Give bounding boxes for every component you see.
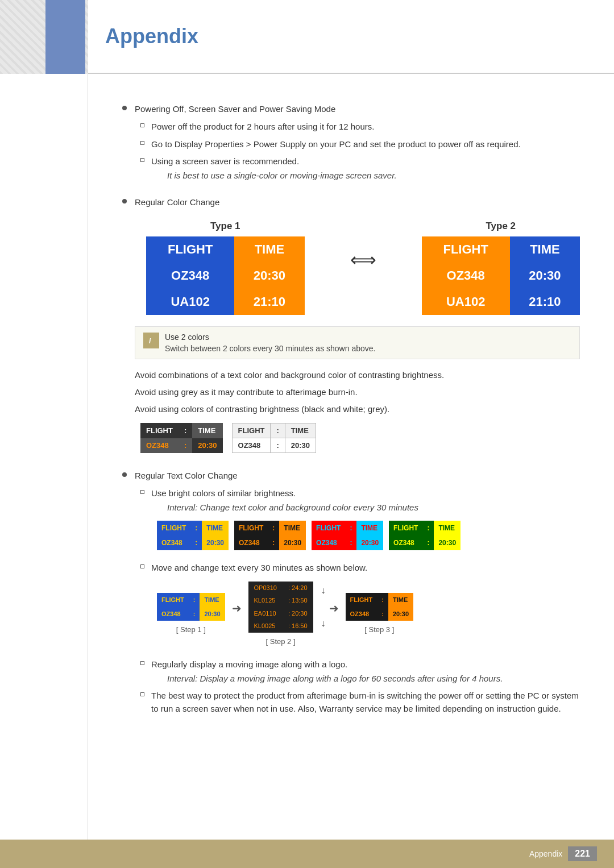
avoid-text-2: Avoid using grey as it may contribute to… <box>135 385 580 399</box>
sub-item-1-1: Power off the product for 2 hours after … <box>140 121 580 134</box>
bullet3-label: Regular Text Color Change <box>135 469 580 483</box>
ct1-h2: : <box>190 521 202 535</box>
dark-data-row: OZ348 : 20:30 <box>140 438 223 454</box>
type2-row2: UA102 21:10 <box>422 289 580 315</box>
sub-item-1-3: Using a screen saver is recommended. It … <box>140 155 580 182</box>
ct4-header: FLIGHT : TIME <box>389 521 460 535</box>
dark-h3: TIME <box>192 423 222 438</box>
step1-header: FLIGHT : TIME <box>157 593 225 607</box>
bullet-dot-3 <box>122 472 127 477</box>
regularly-text: Regularly display a moving image along w… <box>151 659 347 669</box>
sub-square-1-3 <box>140 158 144 162</box>
sub-square-3-3 <box>140 661 144 665</box>
type1-label: Type 1 <box>146 221 305 232</box>
small-tables-row: FLIGHT : TIME OZ348 : 20:30 FLIGHT : <box>140 423 580 453</box>
note1-body: Switch between 2 colors every 30 minutes… <box>165 344 375 353</box>
bullet-content-2: Regular Color Change Type 1 FLIGHT TIME … <box>135 196 580 460</box>
dark-d3: 20:30 <box>192 438 222 454</box>
ct2-header: FLIGHT : TIME <box>234 521 306 535</box>
type2-header-time: TIME <box>510 236 580 263</box>
type2-header-row: FLIGHT TIME <box>422 236 580 263</box>
avoid-text-1: Avoid combinations of a text color and b… <box>135 368 580 382</box>
type2-row1: OZ348 20:30 <box>422 263 580 289</box>
ct1-h1: FLIGHT <box>157 521 190 535</box>
ct3-data: OZ348 : 20:30 <box>312 535 383 550</box>
light-h2: : <box>271 423 285 438</box>
s3-d2: : <box>377 607 388 621</box>
avoid-text-3: Avoid using colors of contrasting bright… <box>135 402 580 416</box>
note-icon-1: i <box>143 333 159 348</box>
step-arrow-2: ➜ <box>329 600 339 628</box>
sub-content-3-1: Use bright colors of similar brightness.… <box>151 487 580 557</box>
note-content-1: Use 2 colors Switch between 2 colors eve… <box>165 333 375 353</box>
step1-label: [ Step 1 ] <box>176 624 206 636</box>
type1-header-row: FLIGHT TIME <box>146 236 305 263</box>
ct2-d1: OZ348 <box>234 535 268 550</box>
ct1-h3: TIME <box>202 521 229 535</box>
sub-item-3-4: The best way to protect the product from… <box>140 690 580 715</box>
dark-d2: : <box>179 438 192 454</box>
color-table-3: FLIGHT : TIME OZ348 : 20:30 <box>312 521 383 550</box>
regularly-interval: Interval: Display a moving image along w… <box>167 672 580 686</box>
sub-square-3-2 <box>140 564 144 568</box>
sub-content-3-3: Regularly display a moving image along w… <box>151 658 580 685</box>
sub-content-1-1: Power off the product for 2 hours after … <box>151 121 580 134</box>
page-title: Appendix <box>105 24 198 48</box>
step3-data: OZ348 : 20:30 <box>346 607 414 621</box>
type1-header-time: TIME <box>234 236 304 263</box>
dark-h1: FLIGHT <box>140 423 179 438</box>
step2-r2-c2: : 13:50 <box>283 594 313 607</box>
header-blue-bar <box>45 0 85 74</box>
type2-header-flight: FLIGHT <box>422 236 510 263</box>
step2-r1-c1: OP0310 <box>248 582 283 595</box>
step2-label: [ Step 2 ] <box>266 636 296 647</box>
note-box-1: i Use 2 colors Switch between 2 colors e… <box>135 326 580 359</box>
step1-table: FLIGHT : TIME OZ348 : 20:30 <box>157 593 225 621</box>
type2-row2-time: 21:10 <box>510 289 580 315</box>
type1-row1-time: 20:30 <box>234 263 304 289</box>
light-header-row: FLIGHT : TIME <box>232 423 316 438</box>
ct4-data: OZ348 : 20:30 <box>389 535 460 550</box>
ct4-d1: OZ348 <box>389 535 422 550</box>
ct3-d2: : <box>345 535 356 550</box>
note1-title: Use 2 colors <box>165 333 375 342</box>
header-title-area: Appendix <box>88 0 614 74</box>
ct2-h1: FLIGHT <box>234 521 268 535</box>
s1-d3: 20:30 <box>200 607 225 621</box>
left-sidebar <box>0 74 88 840</box>
type2-table: FLIGHT TIME OZ348 20:30 UA102 21:10 <box>422 236 580 315</box>
type2-block: Type 2 FLIGHT TIME OZ348 20:30 UA102 21: <box>422 221 580 315</box>
step3-block: FLIGHT : TIME OZ348 : 20:30 <box>346 593 414 636</box>
step2-row3: EA0110 : 20:30 <box>248 607 313 620</box>
ct3-h2: : <box>345 521 356 535</box>
step1-data: OZ348 : 20:30 <box>157 607 225 621</box>
sub-square-3-4 <box>140 692 144 696</box>
dark-d1: OZ348 <box>140 438 179 454</box>
bullet-item-3: Regular Text Color Change Use bright col… <box>122 469 580 720</box>
ct1-d1: OZ348 <box>157 535 190 550</box>
type1-table: FLIGHT TIME OZ348 20:30 UA102 21:10 <box>146 236 305 315</box>
light-example-table: FLIGHT : TIME OZ348 : 20:30 <box>232 423 317 453</box>
light-h3: TIME <box>285 423 316 438</box>
type-comparison: Type 1 FLIGHT TIME OZ348 20:30 UA102 21: <box>146 221 580 315</box>
dark-example-table: FLIGHT : TIME OZ348 : 20:30 <box>140 423 223 453</box>
type1-row2-flight: UA102 <box>146 289 234 315</box>
s3-h1: FLIGHT <box>346 593 377 607</box>
ct4-d3: 20:30 <box>434 535 460 550</box>
type1-row1: OZ348 20:30 <box>146 263 305 289</box>
ct3-h3: TIME <box>356 521 383 535</box>
s1-d2: : <box>189 607 200 621</box>
sub-content-3-2: Move and change text every 30 minutes as… <box>151 562 580 654</box>
bullet-content-3: Regular Text Color Change Use bright col… <box>135 469 580 720</box>
sub-square-3-1 <box>140 490 144 494</box>
sub-item-3-3: Regularly display a moving image along w… <box>140 658 580 685</box>
step3-label: [ Step 3 ] <box>364 624 394 636</box>
sub-square-1-2 <box>140 141 144 145</box>
sub-item-3-1: Use bright colors of similar brightness.… <box>140 487 580 557</box>
sub3-1-note: Interval: Change text color and backgrou… <box>167 501 580 514</box>
bullet2-label: Regular Color Change <box>135 196 580 209</box>
s3-d3: 20:30 <box>388 607 413 621</box>
s1-h3: TIME <box>200 593 225 607</box>
bullet-dot-2 <box>122 199 127 203</box>
ct1-header: FLIGHT : TIME <box>157 521 229 535</box>
